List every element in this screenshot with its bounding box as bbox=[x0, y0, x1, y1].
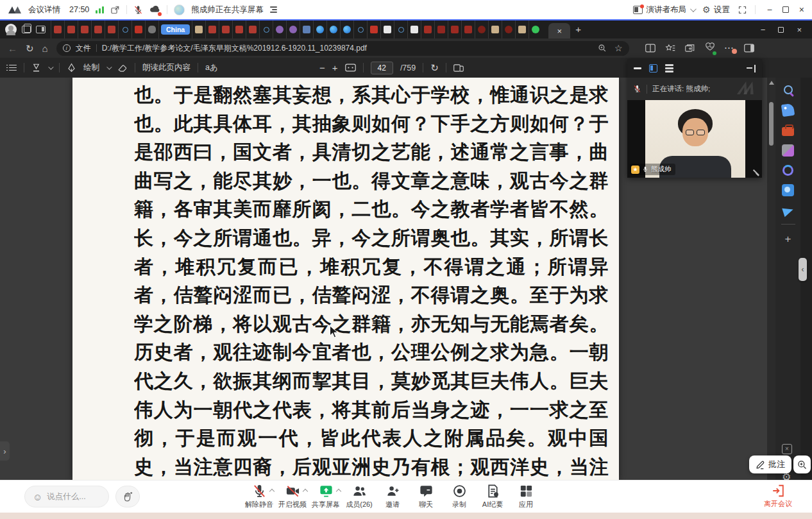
panel-dock-right-icon[interactable] bbox=[747, 65, 756, 72]
scroll-thumb[interactable] bbox=[769, 102, 774, 146]
browser-tab[interactable] bbox=[475, 21, 488, 38]
text-size-tool[interactable]: aあ bbox=[205, 62, 218, 73]
quick-chat-input[interactable]: 说点什么... bbox=[24, 486, 109, 507]
zoom-out-button[interactable] bbox=[319, 63, 325, 72]
browser-tab[interactable] bbox=[286, 21, 300, 38]
sidebar-tools-icon[interactable] bbox=[782, 127, 794, 136]
participant-video-tile[interactable]: ★ 熊成帅 bbox=[627, 100, 762, 178]
panel-layout-icon[interactable] bbox=[649, 64, 657, 72]
meeting-details-link[interactable]: 会议详情 bbox=[28, 4, 60, 15]
browser-minimize-button[interactable] bbox=[761, 25, 766, 35]
annotate-button[interactable]: 批注 bbox=[749, 455, 791, 473]
browser-tab[interactable] bbox=[205, 21, 219, 38]
back-button[interactable] bbox=[8, 44, 17, 53]
draw-dropdown-icon[interactable] bbox=[106, 64, 112, 69]
sidebar-shopping-icon[interactable] bbox=[781, 103, 795, 117]
new-tab-button[interactable] bbox=[575, 24, 581, 35]
fit-to-width-icon[interactable] bbox=[345, 64, 356, 72]
home-button[interactable] bbox=[42, 44, 48, 53]
active-tab[interactable] bbox=[548, 23, 570, 38]
page-info-icon[interactable]: i bbox=[63, 44, 71, 52]
toolbar-button[interactable]: 邀请 bbox=[377, 484, 408, 509]
browser-profile-avatar[interactable] bbox=[5, 24, 17, 35]
minimize-button[interactable] bbox=[767, 4, 772, 15]
split-screen-icon[interactable] bbox=[645, 44, 656, 53]
browser-tab[interactable] bbox=[421, 21, 434, 38]
toolbar-button[interactable]: 聊天 bbox=[410, 484, 441, 509]
browser-tab[interactable] bbox=[192, 21, 205, 38]
browser-tab[interactable] bbox=[434, 21, 448, 38]
browser-tab[interactable] bbox=[529, 21, 542, 38]
share-options-icon[interactable] bbox=[270, 6, 277, 13]
pdf-scrollbar[interactable] bbox=[767, 78, 775, 480]
share-external-icon[interactable] bbox=[110, 5, 120, 15]
browser-tab[interactable] bbox=[219, 21, 232, 38]
tab-group-label[interactable]: China bbox=[161, 24, 190, 35]
leave-meeting-button[interactable]: 离开会议 bbox=[757, 484, 799, 509]
fullscreen-icon[interactable] bbox=[738, 5, 747, 15]
browser-tab[interactable] bbox=[367, 21, 380, 38]
browser-tab[interactable] bbox=[353, 21, 367, 38]
document-outline-icon[interactable] bbox=[9, 65, 17, 71]
page-view-icon[interactable] bbox=[453, 64, 464, 72]
browser-tab[interactable] bbox=[326, 21, 340, 38]
panel-list-view-icon[interactable] bbox=[665, 64, 673, 72]
browser-tab[interactable] bbox=[502, 21, 515, 38]
maximize-button[interactable] bbox=[782, 6, 789, 13]
panel-minimize-icon[interactable] bbox=[634, 67, 641, 69]
scroll-up-arrow[interactable] bbox=[769, 81, 774, 85]
browser-tab[interactable] bbox=[145, 21, 158, 38]
toolbar-button[interactable]: 解除静音 bbox=[244, 484, 275, 509]
browser-tab[interactable] bbox=[407, 21, 421, 38]
page-number-input[interactable]: 42 bbox=[371, 62, 393, 74]
browser-tab[interactable] bbox=[461, 21, 475, 38]
browser-tab[interactable]: China bbox=[158, 21, 192, 38]
highlighter-icon[interactable] bbox=[31, 63, 41, 72]
sidebar-image-creator-icon[interactable] bbox=[782, 184, 794, 196]
magnifier-zoom-button[interactable] bbox=[793, 455, 811, 473]
browser-tab[interactable] bbox=[448, 21, 461, 38]
tab-search-icon[interactable] bbox=[36, 26, 46, 33]
draw-label[interactable]: 绘制 bbox=[83, 62, 99, 73]
eraser-icon[interactable] bbox=[117, 64, 128, 72]
browser-tab[interactable] bbox=[394, 21, 407, 38]
workspaces-icon[interactable] bbox=[22, 26, 31, 33]
highlighter-dropdown-icon[interactable] bbox=[48, 64, 53, 69]
raise-hand-button[interactable] bbox=[115, 486, 140, 507]
browser-tab[interactable] bbox=[515, 21, 529, 38]
favorite-star-icon[interactable] bbox=[614, 44, 623, 53]
browser-tab[interactable] bbox=[313, 21, 326, 38]
toolbar-button[interactable]: 成员(26) bbox=[344, 484, 375, 509]
copilot-sidebar-toggle-icon[interactable] bbox=[744, 44, 754, 53]
url-text[interactable]: D:/教学工作/教学参考论文/毛泽东早期文稿%201912.6-1920.11_… bbox=[102, 43, 593, 54]
pdf-page[interactable]: 也。于是翻然塞其妄想，系其心于学校，惟通识之是求 也。此其具体耳，其抽象则如何？… bbox=[72, 78, 619, 480]
sidebar-loop-icon[interactable] bbox=[782, 165, 793, 176]
toolbar-button[interactable]: 录制 bbox=[444, 484, 475, 509]
zoom-page-icon[interactable] bbox=[598, 44, 607, 53]
sidebar-add-icon[interactable]: + bbox=[785, 233, 791, 245]
browser-tab[interactable] bbox=[259, 21, 273, 38]
sidebar-games-icon[interactable] bbox=[782, 144, 794, 157]
browser-maximize-button[interactable] bbox=[778, 27, 784, 33]
browser-tab[interactable] bbox=[300, 21, 313, 38]
sidebar-close-app-icon[interactable]: × bbox=[782, 444, 792, 454]
emoji-icon[interactable] bbox=[33, 492, 42, 502]
browser-tab[interactable] bbox=[78, 21, 91, 38]
browser-tab[interactable] bbox=[232, 21, 246, 38]
cloud-record-icon[interactable] bbox=[149, 4, 160, 15]
sidebar-search-icon[interactable] bbox=[784, 85, 793, 94]
zoom-in-button[interactable] bbox=[332, 63, 338, 72]
tab-close-icon[interactable] bbox=[557, 25, 562, 37]
browser-menu-button[interactable] bbox=[725, 44, 734, 52]
browser-tab[interactable] bbox=[118, 21, 131, 38]
toolbar-button[interactable]: 共享屏幕 bbox=[310, 484, 341, 509]
mic-muted-status-icon[interactable] bbox=[133, 5, 143, 15]
browser-tab[interactable] bbox=[273, 21, 286, 38]
settings-button[interactable]: 设置 bbox=[702, 4, 730, 15]
browser-tab[interactable] bbox=[105, 21, 118, 38]
panel-resize-handle[interactable] bbox=[753, 169, 760, 176]
browser-tab[interactable] bbox=[340, 21, 353, 38]
collections-icon[interactable] bbox=[665, 44, 675, 53]
browser-tab[interactable] bbox=[51, 21, 64, 38]
toolbar-button[interactable]: AI纪要 bbox=[477, 484, 508, 509]
